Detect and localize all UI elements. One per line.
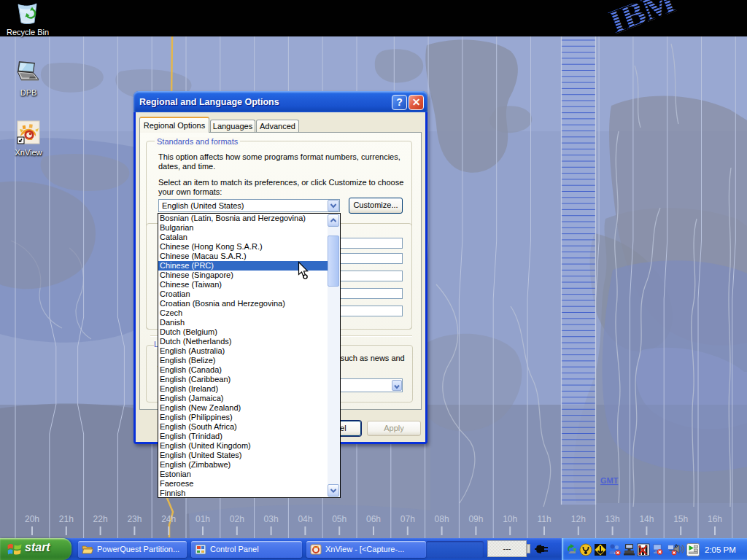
svg-text:06h: 06h (366, 514, 381, 524)
svg-text:15h: 15h (673, 514, 688, 524)
svg-text:09h: 09h (468, 514, 483, 524)
svg-text:GMT: GMT (600, 476, 619, 485)
svg-text:20h: 20h (25, 514, 39, 524)
svg-text:10h: 10h (503, 514, 517, 524)
svg-text:23h: 23h (127, 514, 142, 524)
svg-text:01h: 01h (196, 514, 210, 524)
svg-text:12h: 12h (571, 514, 586, 524)
svg-text:14h: 14h (639, 514, 654, 524)
svg-text:08h: 08h (435, 514, 449, 524)
svg-text:13h: 13h (605, 514, 620, 524)
svg-text:21h: 21h (59, 514, 74, 524)
svg-text:07h: 07h (400, 514, 415, 524)
svg-text:24h: 24h (161, 514, 176, 524)
svg-text:03h: 03h (264, 514, 279, 524)
svg-text:02h: 02h (230, 514, 244, 524)
svg-text:11h: 11h (537, 514, 551, 524)
svg-text:22h: 22h (93, 514, 108, 524)
svg-text:04h: 04h (298, 514, 312, 524)
svg-text:16h: 16h (708, 514, 722, 524)
svg-text:05h: 05h (332, 514, 347, 524)
